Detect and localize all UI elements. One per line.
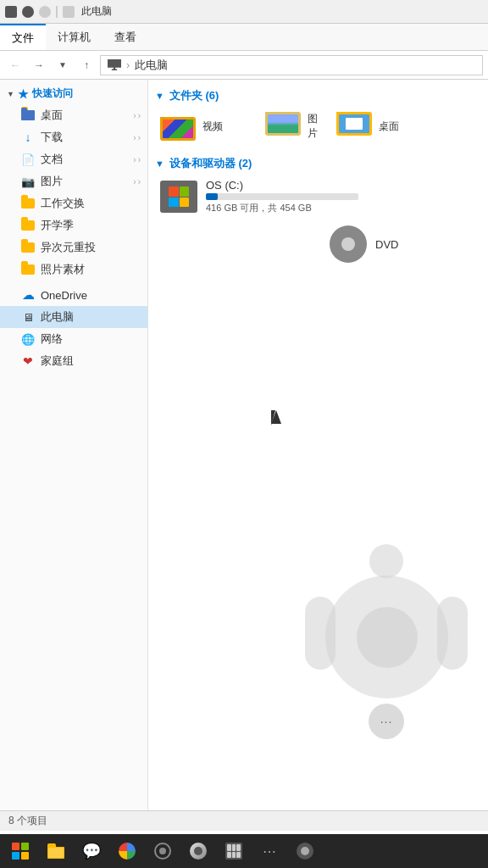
devices-collapse-icon: ▼ <box>155 159 164 169</box>
forward-button[interactable]: → <box>29 55 49 75</box>
homegroup-icon: ❤ <box>20 353 36 369</box>
folder-icon-photos <box>20 262 36 277</box>
path-separator: › <box>126 58 130 71</box>
images-folder-name: 图片 <box>308 112 323 141</box>
address-path[interactable]: › 此电脑 <box>100 55 483 75</box>
sidebar-item-downloads[interactable]: ↓ 下载 › › <box>0 126 147 148</box>
up-button[interactable]: ↑ <box>76 55 97 75</box>
more-button[interactable]: ⋯ <box>252 836 286 866</box>
ribbon: 文件 计算机 查看 <box>0 24 488 51</box>
folder-icon-school <box>20 218 36 233</box>
folders-section-header[interactable]: ▼ 文件夹 (6) <box>155 83 481 107</box>
vpn-button[interactable] <box>181 836 215 866</box>
homegroup-label: 家庭组 <box>41 353 74 369</box>
folder-item-images[interactable]: 图片 <box>260 108 328 144</box>
pictures-icon: 📷 <box>20 174 36 189</box>
undo-icon <box>22 6 34 18</box>
title-bar: 此电脑 <box>0 0 488 24</box>
folders-grid: 视频 图片 <box>155 107 481 151</box>
sidebar: ▼ ★ 快速访问 桌面 › › ↓ 下载 › › 📄 <box>0 80 148 810</box>
file-explorer-button[interactable] <box>39 836 73 866</box>
star-icon: ★ <box>18 87 29 101</box>
browser1-button[interactable] <box>110 836 144 866</box>
title-text: 此电脑 <box>81 4 112 19</box>
divider <box>56 6 58 18</box>
photos-label: 照片素材 <box>41 262 85 277</box>
sidebar-item-thispc[interactable]: 🖥 此电脑 <box>0 306 147 328</box>
sidebar-item-photos[interactable]: 照片素材 <box>0 259 147 281</box>
images-folder-icon <box>265 112 301 141</box>
title-bar-icons <box>5 6 75 18</box>
drive-c-progress <box>206 193 218 200</box>
document-icon: 📄 <box>20 152 36 167</box>
chevron-down-icon: ▼ <box>7 90 14 98</box>
taskbar: 💬 ⋯ <box>0 834 488 868</box>
sidebar-item-invest[interactable]: 异次元重投 <box>0 236 147 259</box>
folder-blue-icon <box>20 108 36 123</box>
pin-icons-pic: › › <box>133 177 141 186</box>
back-button[interactable]: ← <box>5 55 25 75</box>
network-label: 网络 <box>41 331 63 347</box>
sidebar-item-pictures[interactable]: 📷 图片 › › <box>0 170 147 192</box>
folder-icon-work <box>20 196 36 211</box>
desktop-folder-icon <box>336 112 372 141</box>
invest-label: 异次元重投 <box>41 240 96 255</box>
folder-item-video[interactable]: 视频 <box>155 108 257 144</box>
drive-c[interactable]: OS (C:) 416 GB 可用，共 454 GB <box>155 175 481 219</box>
onedrive-label: OneDrive <box>41 289 87 302</box>
content-area: ▼ 文件夹 (6) 视频 <box>148 80 488 810</box>
sidebar-item-work[interactable]: 工作交换 <box>0 192 147 214</box>
pin-icons-dl: › › <box>133 133 141 142</box>
onedrive-icon: ☁ <box>20 287 36 303</box>
drive-c-progress-bg <box>206 193 358 200</box>
sidebar-item-desktop[interactable]: 桌面 › › <box>0 104 147 126</box>
desktop-folder-name: 桌面 <box>379 120 399 134</box>
downloads-label: 下载 <box>41 130 63 145</box>
save-icon <box>5 6 17 18</box>
work-label: 工作交换 <box>41 196 85 211</box>
dvd-label: DVD <box>375 238 398 251</box>
hdd-icon <box>160 178 197 215</box>
browser2-button[interactable] <box>146 836 180 866</box>
tab-file[interactable]: 文件 <box>0 24 46 50</box>
system-button[interactable] <box>288 836 322 866</box>
dvd-icon-container <box>330 225 367 263</box>
sidebar-item-network[interactable]: 🌐 网络 <box>0 328 147 350</box>
video-folder-icon <box>160 112 196 141</box>
sidebar-quick-access[interactable]: ▼ ★ 快速访问 <box>0 83 147 104</box>
folders-label: 文件夹 (6) <box>169 88 219 103</box>
taskmanager-button[interactable] <box>217 836 251 866</box>
folder-item-desktop[interactable]: 桌面 <box>331 108 433 144</box>
folder-icon-invest <box>20 240 36 255</box>
tab-view[interactable]: 查看 <box>103 24 148 50</box>
path-current: 此电脑 <box>135 58 168 73</box>
drive-dvd[interactable]: DVD <box>155 222 481 266</box>
video-folder-name: 视频 <box>202 120 223 134</box>
recent-button[interactable]: ▼ <box>53 55 73 75</box>
start-button[interactable] <box>3 836 37 866</box>
pictures-label: 图片 <box>41 174 63 189</box>
drive-c-name: OS (C:) <box>206 179 476 192</box>
devices-label: 设备和驱动器 (2) <box>169 156 252 171</box>
item-count: 8 个项目 <box>8 814 47 828</box>
sidebar-item-school[interactable]: 开学季 <box>0 214 147 236</box>
status-bar: 8 个项目 <box>0 810 488 831</box>
computer-icon <box>108 58 121 72</box>
redo-icon <box>39 6 51 18</box>
documents-label: 文档 <box>41 152 63 167</box>
pin-icons-doc: › › <box>133 155 141 164</box>
tab-computer[interactable]: 计算机 <box>46 24 103 50</box>
sidebar-item-homegroup[interactable]: ❤ 家庭组 <box>0 350 147 372</box>
wechat-button[interactable]: 💬 <box>75 836 108 866</box>
desktop-label: 桌面 <box>41 108 63 123</box>
download-icon: ↓ <box>20 130 36 145</box>
devices-section-header[interactable]: ▼ 设备和驱动器 (2) <box>155 151 481 175</box>
properties-icon <box>63 6 75 18</box>
folders-collapse-icon: ▼ <box>155 91 164 101</box>
thispc-label: 此电脑 <box>41 309 74 325</box>
drive-c-space: 416 GB 可用，共 454 GB <box>206 202 476 214</box>
main-area: ▼ ★ 快速访问 桌面 › › ↓ 下载 › › 📄 <box>0 80 488 810</box>
sidebar-item-onedrive[interactable]: ☁ OneDrive <box>0 284 147 306</box>
sidebar-item-documents[interactable]: 📄 文档 › › <box>0 148 147 170</box>
address-bar: ← → ▼ ↑ › 此电脑 <box>0 51 488 80</box>
